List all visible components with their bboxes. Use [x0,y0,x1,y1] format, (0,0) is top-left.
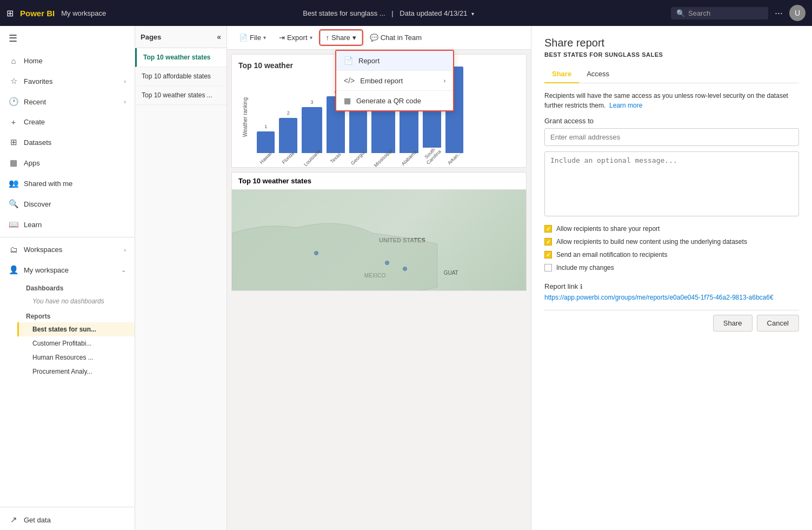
map-background: UNITED STATES MEXICO GUAT © Bing © 2021 … [232,190,526,291]
file-button[interactable]: 📄 File ▾ [234,30,271,45]
sidebar-item-shared[interactable]: 👥 Shared with me [0,173,135,194]
bar-group-2: 3 Louisiana [302,100,323,161]
more-options-icon[interactable]: ··· [775,8,783,19]
sidebar-divider-bottom [0,507,135,507]
bar-1 [279,118,297,153]
share-description: Recipients will have the same access as … [544,91,799,110]
pages-header: Pages « [135,26,227,48]
report-link-value: https://app.powerbi.com/groups/me/report… [544,294,799,301]
report-title: Best states for sunglass ... | Data upda… [112,9,664,17]
checkbox-include-changes[interactable] [544,264,552,271]
sidebar-item-label: Datasets [24,138,51,147]
chevron-right-icon: › [124,247,126,253]
sidebar-item-create[interactable]: + Create [0,112,135,132]
sidebar-item-get-data[interactable]: ↗ Get data [0,509,135,530]
export-icon: ⇥ [279,34,285,42]
map-dot-1 [385,261,389,265]
sidebar-item-label: Recent [24,98,46,106]
sidebar-item-label: Discover [24,200,51,208]
share-icon: ↑ [326,34,330,42]
sidebar-item-label: Apps [24,159,40,167]
page-item-0[interactable]: Top 10 weather states [135,48,227,67]
bar-group-1: 2 Florida [279,110,297,161]
share-link-section: Report link ℹ https://app.powerbi.com/gr… [544,282,799,301]
share-dropdown-report-item[interactable]: 📄 Report [336,51,453,70]
report-item-0[interactable]: Best states for sun... [17,322,135,336]
sidebar-item-favorites[interactable]: ☆ Favorites › [0,71,135,91]
bar-num-0: 1 [264,124,267,129]
sidebar-item-label: Learn [24,221,42,229]
workspace-label[interactable]: My workspace [61,9,106,17]
datasets-icon: ⊞ [9,137,18,147]
sidebar-item-discover[interactable]: 🔍 Discover [0,194,135,214]
report-link-label: Report link ℹ [544,282,799,290]
report-item-1[interactable]: Customer Profitabi... [17,336,135,350]
bar-label-3: Texas [329,151,342,164]
message-input[interactable] [544,151,799,216]
checkbox-allow-share[interactable]: ✓ [544,225,552,233]
bar-0 [257,131,275,153]
sidebar-toggle-button[interactable]: ☰ [0,26,135,51]
sidebar-item-my-workspace[interactable]: 👤 My workspace ⌄ [0,260,135,280]
sidebar-item-workspaces[interactable]: 🗂 Workspaces › [0,240,135,260]
pages-title: Pages [141,33,161,41]
y-axis: Weather ranking [238,74,251,161]
bar-group-0: 1 Hawaii [257,124,275,161]
sidebar-item-learn[interactable]: 📖 Learn [0,214,135,235]
my-workspace-icon: 👤 [9,265,18,275]
home-icon: ⌂ [9,56,18,65]
checkbox-allow-build[interactable]: ✓ [544,238,552,246]
sidebar-item-label: Favorites [24,77,52,85]
map-section: Top 10 weather states UNITED STATES MEXI… [231,172,527,291]
share-tab-access[interactable]: Access [579,65,617,83]
page-item-1[interactable]: Top 10 affordable states [135,67,227,86]
export-button[interactable]: ⇥ Export ▾ [274,30,318,45]
teams-icon: 💬 [370,34,378,42]
report-icon: 📄 [344,56,353,65]
waffle-icon[interactable]: ⊞ [6,8,14,18]
bar-2 [302,107,323,153]
sidebar-item-recent[interactable]: 🕐 Recent › [0,91,135,112]
chevron-right-icon: › [124,78,126,84]
workspaces-icon: 🗂 [9,245,18,254]
bar-num-2: 3 [311,100,314,105]
share-tab-share[interactable]: Share [544,65,579,83]
main-content: 📄 File ▾ ⇥ Export ▾ ↑ Share ▾ 💬 Chat in … [227,26,531,530]
page-item-2[interactable]: Top 10 weather states ... [135,86,227,105]
map-label-guat: GUAT [444,270,458,276]
map-label-mexico: MEXICO [364,273,385,279]
share-tabs: Share Access [544,65,799,83]
share-button[interactable]: ↑ Share ▾ [320,30,362,45]
no-dashboards-label: You have no dashboards [17,294,135,308]
email-input[interactable] [544,128,799,146]
reports-section-label: Reports [17,308,135,322]
share-dropdown-menu: 📄 Report </> Embed report › ▦ Generate a… [335,50,454,111]
sidebar-item-label: Create [24,118,45,126]
map-title: Top 10 weather states [232,173,526,190]
share-dropdown-qr-item[interactable]: ▦ Generate a QR code [336,91,453,110]
chat-in-teams-button[interactable]: 💬 Chat in Team [364,30,427,45]
report-item-2[interactable]: Human Resources ... [17,350,135,365]
report-item-3[interactable]: Procurement Analy... [17,365,135,379]
chevron-down-icon: ▾ [310,35,312,41]
sidebar-item-apps[interactable]: ▦ Apps [0,153,135,173]
collapse-pages-button[interactable]: « [217,32,221,41]
sidebar-item-label: Home [24,57,43,65]
sidebar-item-home[interactable]: ⌂ Home [0,51,135,71]
checkbox-send-email[interactable]: ✓ [544,251,552,259]
search-box[interactable]: 🔍 Search [671,7,768,19]
learn-more-link[interactable]: Learn more [609,102,642,109]
cancel-button[interactable]: Cancel [757,315,799,332]
share-dropdown-embed-item[interactable]: </> Embed report › [336,71,453,90]
search-icon: 🔍 [676,9,685,17]
avatar[interactable]: U [789,5,806,21]
sidebar-item-datasets[interactable]: ⊞ Datasets [0,132,135,153]
workspace-contents: Dashboards You have no dashboards Report… [0,280,135,379]
main-layout: ☰ ⌂ Home ☆ Favorites › 🕐 Recent › + Crea… [0,26,812,530]
chevron-down-icon: ⌄ [121,267,126,274]
share-panel-subtitle: BEST STATES FOR SUNGLASS SALES [544,51,799,58]
share-panel-title: Share report [544,37,799,49]
share-action-button[interactable]: Share [713,315,753,332]
sidebar-divider [0,237,135,237]
info-icon[interactable]: ℹ [580,283,583,290]
